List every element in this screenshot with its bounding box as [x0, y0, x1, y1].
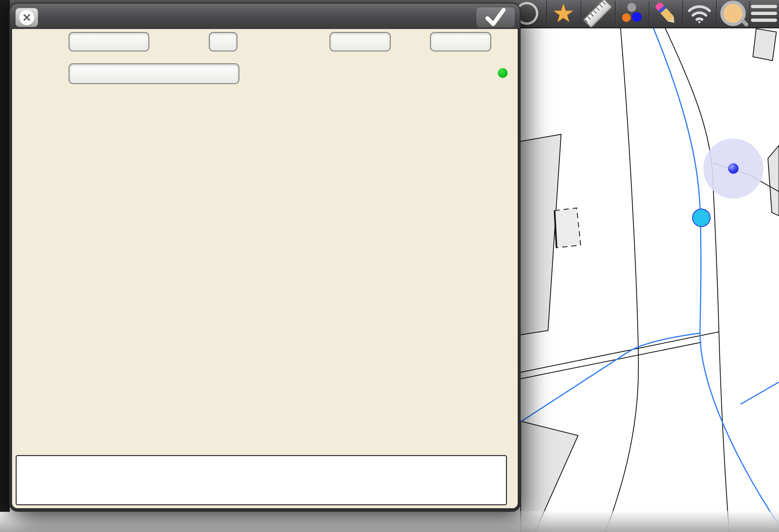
endh-button[interactable]: [209, 32, 237, 52]
dialog-body: [12, 29, 518, 508]
confirm-button[interactable]: [476, 7, 515, 28]
layers-dots-icon: [620, 2, 644, 24]
dialog-titlebar: ✕: [10, 4, 520, 29]
screen-edge-shade: [0, 0, 10, 512]
gps-position-dot: [728, 163, 738, 174]
distance-status-dot: [498, 68, 507, 78]
pencil-icon: [654, 1, 677, 25]
hydrant-inspection-dialog: ✕: [9, 3, 521, 512]
building-4-annex: [554, 208, 581, 248]
bemerkung-textarea[interactable]: [16, 455, 507, 505]
close-x-icon: ✕: [19, 10, 34, 25]
measure-button[interactable]: [581, 0, 615, 26]
date-field[interactable]: [430, 32, 491, 52]
search-icon: [720, 1, 746, 26]
close-button[interactable]: ✕: [15, 8, 38, 27]
kontrolldistanz-value: [456, 63, 492, 83]
last-check-date-field[interactable]: [329, 32, 391, 52]
layers-button[interactable]: [615, 0, 649, 26]
menu-icon: [751, 5, 777, 22]
ruler-icon: [583, 0, 613, 28]
bottom-toolbar-band: [0, 511, 779, 532]
favorites-button[interactable]: ★: [546, 0, 580, 26]
search-button[interactable]: [716, 0, 750, 26]
wifi-button[interactable]: [682, 0, 716, 26]
edit-button[interactable]: [649, 0, 683, 26]
wifi-icon: [687, 4, 712, 23]
menu-button[interactable]: [748, 0, 779, 26]
hydrant-input[interactable]: [68, 32, 149, 52]
star-icon: ★: [552, 0, 575, 26]
pruefer-input[interactable]: [68, 63, 239, 84]
hydrant-marker-4142[interactable]: [693, 209, 710, 226]
checkmark-icon: [485, 8, 506, 27]
